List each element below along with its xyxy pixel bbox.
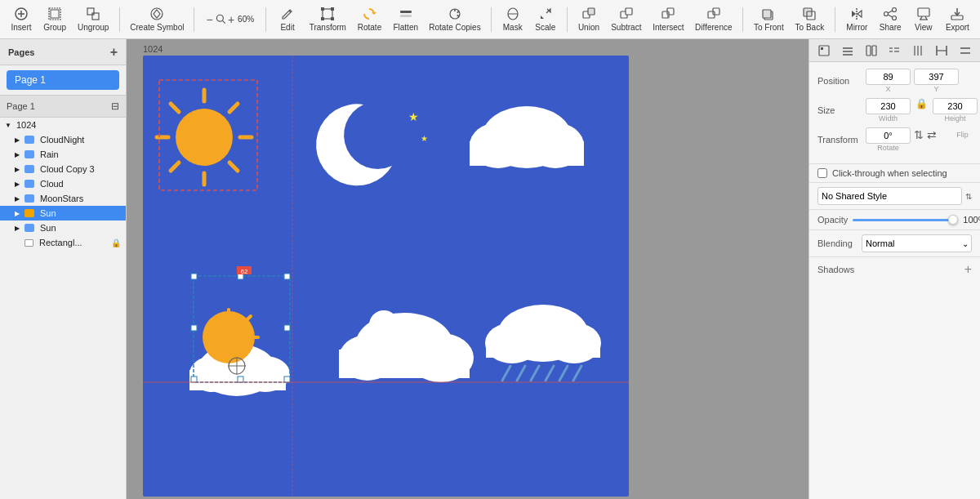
y-wrap: Y (914, 69, 959, 93)
share-button[interactable]: Share (875, 2, 906, 37)
add-shadow-button[interactable]: + (964, 262, 972, 277)
svg-rect-22 (588, 8, 595, 15)
zoom-plus[interactable]: + (228, 13, 234, 26)
to-back-button[interactable]: To Back (791, 2, 828, 37)
flatten-button[interactable]: Flatten (389, 2, 422, 37)
position-x-input[interactable] (866, 69, 911, 85)
layer-root-1024[interactable]: ▼ 1024 (0, 118, 126, 132)
svg-line-40 (889, 15, 893, 17)
flip-buttons: ⇅ ⇄ Flip (914, 127, 980, 152)
root-label: 1024 (16, 120, 36, 130)
layer-sun-selected[interactable]: ▶ Sun (0, 206, 126, 221)
svg-line-52 (229, 104, 238, 112)
layer-cloudnight[interactable]: ▶ CloudNight (0, 132, 126, 147)
style-arrows-icon[interactable]: ⇅ (965, 192, 972, 201)
to-front-button[interactable]: To Front (750, 2, 788, 37)
folder-icon (24, 165, 34, 173)
svg-rect-82 (486, 337, 600, 358)
click-through-label: Click-through when selecting (832, 168, 947, 178)
group-button[interactable]: Group (39, 2, 70, 37)
edit-button[interactable]: Edit (273, 2, 302, 37)
svg-point-78 (372, 325, 395, 341)
union-label: Union (578, 23, 599, 32)
svg-line-84 (517, 366, 525, 381)
svg-line-83 (502, 366, 510, 381)
layer-label: CloudNight (40, 135, 84, 145)
layer-rain[interactable]: ▶ Rain (0, 147, 126, 162)
shared-style-select[interactable]: No Shared Style (817, 187, 962, 205)
cloud-tr-group (470, 106, 584, 168)
difference-button[interactable]: Difference (691, 2, 736, 37)
expand-icon: ▶ (15, 225, 20, 232)
opacity-row: Opacity 100% (809, 210, 980, 230)
rotate-button[interactable]: Rotate (354, 2, 386, 37)
export-button[interactable]: Export (942, 2, 973, 37)
transform-label-prop: Transform (817, 135, 862, 145)
transform-button[interactable]: Transform (305, 2, 350, 37)
ungroup-button[interactable]: Ungroup (74, 2, 113, 37)
blending-select-wrap: Normal Multiply Screen Overlay ⌄ (862, 234, 972, 252)
layer-sun-2[interactable]: ▶ Sun (0, 221, 126, 235)
zoom-control[interactable]: − + 60% (201, 2, 259, 37)
tab-icon-4[interactable] (885, 42, 903, 59)
size-lock-icon[interactable]: 🔒 (914, 98, 929, 123)
mask-button[interactable]: Mask (498, 2, 528, 37)
svg-rect-15 (331, 17, 334, 20)
flip-v-icon[interactable]: ⇄ (927, 128, 937, 141)
tab-icon-6[interactable] (933, 42, 951, 59)
tab-icon-5[interactable] (909, 42, 927, 59)
rotate-input[interactable] (866, 127, 911, 144)
opacity-label: Opacity (817, 215, 848, 225)
rotate-copies-button[interactable]: Rotate Copies (425, 2, 484, 37)
add-page-button[interactable]: + (110, 45, 118, 60)
svg-rect-61 (470, 141, 584, 166)
left-panel: Pages + Page 1 Page 1 ⊟ ▼ 1024 ▶ CloudNi… (0, 39, 127, 499)
mirror-button[interactable]: Mirror (842, 2, 872, 37)
insert-button[interactable]: Insert (7, 2, 36, 37)
page-item-1[interactable]: Page 1 (7, 70, 119, 90)
flip-h-icon[interactable]: ⇅ (914, 128, 924, 141)
svg-rect-12 (321, 7, 324, 11)
opacity-slider[interactable] (853, 219, 958, 221)
position-y-input[interactable] (914, 69, 959, 85)
layers-section-title: Page 1 (7, 101, 35, 111)
union-button[interactable]: Union (574, 2, 604, 37)
intersect-button[interactable]: Intersect (648, 2, 688, 37)
divider-5 (567, 7, 568, 32)
click-through-checkbox[interactable] (817, 168, 827, 178)
subtract-button[interactable]: Subtract (607, 2, 645, 37)
layers-minimize[interactable]: ⊟ (111, 100, 119, 112)
height-wrap: Height (933, 98, 978, 123)
svg-point-8 (216, 15, 223, 21)
handle-bl (191, 376, 197, 382)
tab-icon-3[interactable] (862, 42, 880, 59)
difference-label: Difference (695, 23, 732, 32)
layer-rectangle[interactable]: Rectangl... 🔒 (0, 235, 126, 250)
position-row: Position X Y (817, 69, 972, 93)
zoom-minus[interactable]: − (206, 13, 212, 26)
svg-text:★: ★ (408, 110, 419, 123)
divider-1 (119, 7, 120, 32)
layer-cloud[interactable]: ▶ Cloud (0, 176, 126, 191)
divider-2 (194, 7, 194, 32)
folder-icon (24, 209, 34, 217)
mirror-label: Mirror (846, 23, 867, 32)
position-label: Position (817, 76, 862, 86)
width-input[interactable] (866, 98, 911, 114)
layer-moonstars[interactable]: ▶ MoonStars (0, 191, 126, 206)
canvas-area[interactable]: 1024 (127, 39, 808, 499)
svg-rect-24 (626, 8, 632, 15)
tab-icon-1[interactable] (815, 42, 833, 59)
view-button[interactable]: View (909, 2, 938, 37)
divider-4 (491, 7, 492, 32)
layer-cloud-copy-3[interactable]: ▶ Cloud Copy 3 (0, 162, 126, 176)
tab-icon-7[interactable] (956, 42, 974, 59)
create-symbol-button[interactable]: Create Symbol (127, 2, 187, 37)
height-input[interactable] (933, 98, 978, 114)
blending-select[interactable]: Normal Multiply Screen Overlay (862, 234, 972, 252)
insert-label: Insert (11, 23, 32, 32)
svg-line-69 (247, 316, 251, 319)
tab-icon-2[interactable] (839, 42, 857, 59)
scale-button[interactable]: Scale (531, 2, 560, 37)
ungroup-label: Ungroup (78, 23, 109, 32)
